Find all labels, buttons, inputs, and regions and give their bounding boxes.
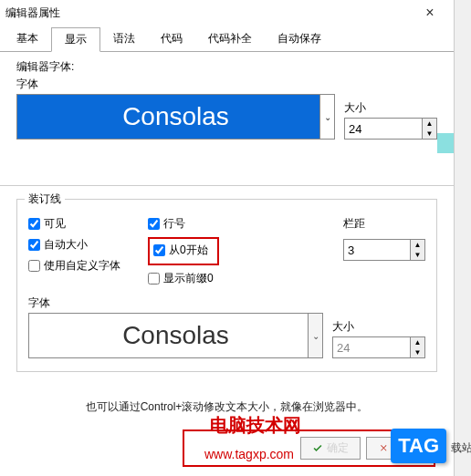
editor-size-input[interactable] (345, 119, 422, 139)
decorative-strip (437, 133, 454, 153)
editor-font-label: 字体 (16, 77, 335, 92)
tab-display[interactable]: 显示 (51, 27, 100, 52)
spin-up-icon: ▲ (411, 337, 424, 347)
gutter-group: 装订线 可见 自动大小 使用自定义字体 (16, 199, 437, 372)
checkbox-autosize[interactable]: 自动大小 (28, 237, 120, 253)
spin-down-icon[interactable]: ▼ (423, 129, 436, 139)
checkbox-autosize-input[interactable] (28, 239, 40, 251)
tab-basic[interactable]: 基本 (4, 27, 51, 51)
window-title: 编辑器属性 (5, 5, 60, 21)
checkbox-prefix-zero-input[interactable] (148, 273, 160, 285)
gutter-size-spinner: ▲ ▼ (332, 336, 425, 358)
check-icon (312, 443, 323, 454)
titlebar: 编辑器属性 × (0, 0, 454, 26)
editor-font-section-label: 编辑器字体: (16, 59, 437, 75)
button-bar: 确定 取消 (183, 429, 435, 467)
checkbox-visible[interactable]: 可见 (28, 216, 120, 232)
editor-font-value: Consolas (122, 102, 229, 131)
tab-autosave[interactable]: 自动保存 (265, 27, 334, 51)
editor-size-label: 大小 (344, 100, 437, 116)
tab-syntax[interactable]: 语法 (100, 27, 148, 51)
ok-button[interactable]: 确定 (300, 437, 361, 460)
tab-code[interactable]: 代码 (148, 27, 195, 51)
gutter-font-label: 字体 (28, 295, 323, 311)
column-spacing-block: 栏距 ▲ ▼ (343, 216, 425, 286)
checkbox-linenum[interactable]: 行号 (148, 216, 219, 232)
cancel-button[interactable]: 取消 (366, 437, 426, 460)
spin-down-icon[interactable]: ▼ (411, 250, 424, 260)
spin-down-icon: ▼ (411, 347, 424, 357)
checkbox-from-zero-input[interactable] (153, 244, 165, 256)
x-icon (378, 443, 389, 454)
spin-up-icon[interactable]: ▲ (411, 240, 424, 250)
checkbox-custom-font-input[interactable] (28, 260, 40, 272)
highlight-from-zero: 从0开始 (148, 237, 219, 265)
chevron-down-icon[interactable]: ⌄ (319, 95, 334, 139)
gutter-font-value: Consolas (122, 321, 229, 350)
editor-font-dropdown[interactable]: Consolas ⌄ (16, 94, 335, 140)
gutter-options-right: 行号 从0开始 显示前缀0 (148, 216, 219, 286)
checkbox-from-zero[interactable]: 从0开始 (153, 243, 208, 258)
divider (0, 185, 454, 186)
spin-up-icon[interactable]: ▲ (423, 119, 436, 129)
chevron-down-icon[interactable]: ⌄ (308, 314, 322, 357)
gutter-size-label: 大小 (332, 319, 425, 335)
checkbox-linenum-input[interactable] (148, 218, 160, 230)
gutter-size-input (333, 337, 410, 357)
tab-bar: 基本 显示 语法 代码 代码补全 自动保存 (0, 27, 454, 52)
column-spacing-input[interactable] (344, 240, 410, 260)
gutter-options-left: 可见 自动大小 使用自定义字体 (28, 216, 120, 286)
column-spacing-spinner[interactable]: ▲ ▼ (343, 239, 425, 261)
close-icon[interactable]: × (412, 5, 448, 21)
editor-size-spinner[interactable]: ▲ ▼ (344, 118, 437, 140)
checkbox-custom-font[interactable]: 使用自定义字体 (28, 258, 120, 274)
tab-autocomplete[interactable]: 代码补全 (195, 27, 265, 51)
column-spacing-label: 栏距 (343, 216, 425, 232)
footer-note: 也可以通过Control+滚动修改文本大小，就像在浏览器中。 (16, 399, 437, 415)
gutter-font-dropdown[interactable]: Consolas ⌄ (28, 313, 323, 358)
checkbox-prefix-zero[interactable]: 显示前缀0 (148, 271, 219, 286)
gutter-group-label: 装订线 (25, 191, 65, 207)
checkbox-visible-input[interactable] (28, 218, 40, 230)
